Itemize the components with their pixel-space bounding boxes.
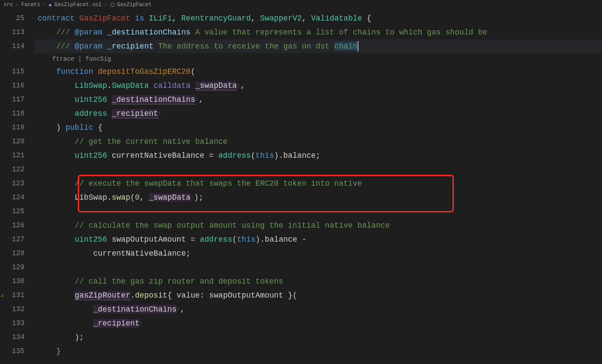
code-line[interactable] xyxy=(34,260,602,274)
line-number: 132 xyxy=(0,302,34,316)
doc-param-name: _recipient xyxy=(107,42,153,51)
code-line[interactable]: ); xyxy=(34,330,602,344)
code-line[interactable] xyxy=(34,205,602,218)
fn-swap: swap xyxy=(112,193,130,202)
builtin-address: address xyxy=(200,235,232,244)
doc-comment-slash: /// xyxy=(56,28,74,37)
comment: // execute the swapData that swaps the E… xyxy=(75,179,362,188)
chevron-right-icon: › xyxy=(16,2,19,8)
breadcrumb-src[interactable]: src xyxy=(3,2,13,8)
code-line[interactable]: uint256 _destinationChains↑, xyxy=(34,93,602,107)
doc-space xyxy=(102,42,107,51)
line-number: 122 xyxy=(0,163,34,177)
type-uint256: uint256 xyxy=(75,235,107,244)
line-number: 25 xyxy=(0,11,34,25)
identifier-swapOutputAmount: swapOutputAmount xyxy=(112,235,186,244)
param-recipient: _recipient xyxy=(112,109,158,118)
arg-recipient: _recipient xyxy=(93,319,139,328)
comment: // call the gas zip router and deposit t… xyxy=(75,277,283,286)
keyword-is: is xyxy=(135,14,144,23)
code-line-current[interactable]: /// @param _recipient The address to rec… xyxy=(34,39,602,53)
code-line[interactable]: function depositToGasZipERC20( xyxy=(34,65,602,79)
type-LibSwap: LibSwap xyxy=(75,81,107,90)
line-number: 121 xyxy=(0,149,34,163)
breadcrumb-symbol[interactable]: GasZipFacet xyxy=(117,2,152,8)
keyword-this: this xyxy=(237,235,255,244)
doc-tag-param: @param xyxy=(75,42,103,51)
punct-assign: = xyxy=(186,235,200,244)
line-number: 129 xyxy=(0,260,34,274)
identifier-currentNativeBalance: currentNativeBalance xyxy=(112,151,205,160)
punct-comma: , xyxy=(180,305,185,314)
code-line[interactable]: _recipient↑ xyxy=(34,316,602,330)
punct-semicolon: ; xyxy=(316,151,320,160)
code-line[interactable]: // call the gas zip router and deposit t… xyxy=(34,274,602,288)
code-line[interactable]: contract GasZipFacet is ILiFi, Reentranc… xyxy=(34,11,602,25)
line-number: 130 xyxy=(0,274,34,288)
breadcrumb-file[interactable]: GasZipFacet.sol xyxy=(54,2,101,8)
type-Validatable: Validatable xyxy=(311,14,362,23)
code-content[interactable]: contract GasZipFacet is ILiFi, Reentranc… xyxy=(34,10,602,364)
doc-word-chain: chain xyxy=(334,42,358,51)
line-number: 125 xyxy=(0,205,34,218)
code-line[interactable]: // calculate the swap output amount usin… xyxy=(34,218,602,232)
doc-comment-slash: /// xyxy=(56,42,74,51)
arg-destinationChains: _destinationChains xyxy=(93,305,177,314)
doc-param-desc: The address to receive the gas on dst xyxy=(153,42,334,51)
code-line[interactable]: gasZipRouter.deposit{ value: swapOutputA… xyxy=(34,288,602,302)
type-uint256: uint256 xyxy=(75,95,107,104)
param-destinationChains: _destinationChains xyxy=(112,95,195,104)
line-number: 115 xyxy=(0,65,34,79)
punct-semicolon: ; xyxy=(198,193,203,202)
code-line[interactable]: // get the current native balance xyxy=(34,135,602,149)
punct-comma: , xyxy=(302,14,306,23)
identifier-currentNativeBalance: currentNativeBalance xyxy=(93,249,186,258)
identifier-contract-name: GasZipFacet xyxy=(79,14,130,23)
breadcrumb: src › Facets › ◆ GasZipFacet.sol › ⬡ Gas… xyxy=(0,0,602,10)
line-number: 116 xyxy=(0,79,34,93)
doc-param-name: _destinationChains xyxy=(107,28,191,37)
punct-brace-open: { xyxy=(167,291,172,300)
code-line[interactable]: _destinationChains↑, xyxy=(34,302,602,316)
arrow-up-icon: ↑ xyxy=(237,82,240,89)
param-swapData: _swapData xyxy=(195,81,237,90)
code-line[interactable]: LibSwap.swap(0, _swapData↑); xyxy=(34,191,602,205)
member-balance: .balance xyxy=(260,235,297,244)
fn-deposit: deposit xyxy=(135,291,167,300)
code-editor[interactable]: ⚠ 25 113 114 115 116 117 118 119 120 121… xyxy=(0,10,602,364)
code-line[interactable]: uint256 swapOutputAmount = address(this)… xyxy=(34,232,602,246)
code-line[interactable] xyxy=(34,163,602,177)
type-ILiFi: ILiFi xyxy=(149,14,172,23)
code-line[interactable]: // execute the swapData that swaps the E… xyxy=(34,177,602,191)
type-ReentrancyGuard: ReentrancyGuard xyxy=(181,14,251,23)
punct-semicolon: ; xyxy=(186,249,191,258)
comment: // calculate the swap output amount usin… xyxy=(75,221,390,230)
keyword-contract: contract xyxy=(38,14,75,23)
punct-paren-open: ( xyxy=(251,151,256,160)
builtin-address: address xyxy=(219,151,251,160)
code-line[interactable]: uint256 currentNativeBalance = address(t… xyxy=(34,149,602,163)
code-line[interactable]: LibSwap.SwapData calldata _swapData↑, xyxy=(34,79,602,93)
code-line[interactable]: /// @param _destinationChains A value th… xyxy=(34,25,602,39)
class-icon: ⬡ xyxy=(110,2,115,8)
code-line[interactable]: } xyxy=(34,344,602,358)
type-SwapData: SwapData xyxy=(112,81,149,90)
solidity-file-icon: ◆ xyxy=(49,2,52,8)
line-number: 128 xyxy=(0,246,34,260)
punct-dot: . xyxy=(130,291,135,300)
arrow-up-icon: ↑ xyxy=(139,320,143,326)
line-number: 124 xyxy=(0,191,34,205)
literal-zero: 0 xyxy=(135,193,140,202)
code-line[interactable]: address _recipient↑ xyxy=(34,107,602,121)
line-number-gutter: ⚠ 25 113 114 115 116 117 118 119 120 121… xyxy=(0,10,34,364)
punct-colon: : xyxy=(200,291,205,300)
chevron-right-icon: › xyxy=(104,2,108,8)
codelens[interactable]: ftrace | funcSig xyxy=(34,53,602,65)
code-line[interactable]: currentNativeBalance; xyxy=(34,246,602,260)
code-line[interactable]: ) public { xyxy=(34,121,602,135)
codelens-funcSig[interactable]: funcSig xyxy=(85,55,111,62)
line-number: 133 xyxy=(0,316,34,330)
identifier-gasZipRouter: gasZipRouter xyxy=(75,291,130,300)
breadcrumb-facets[interactable]: Facets xyxy=(21,2,40,8)
codelens-ftrace[interactable]: ftrace xyxy=(52,55,74,62)
